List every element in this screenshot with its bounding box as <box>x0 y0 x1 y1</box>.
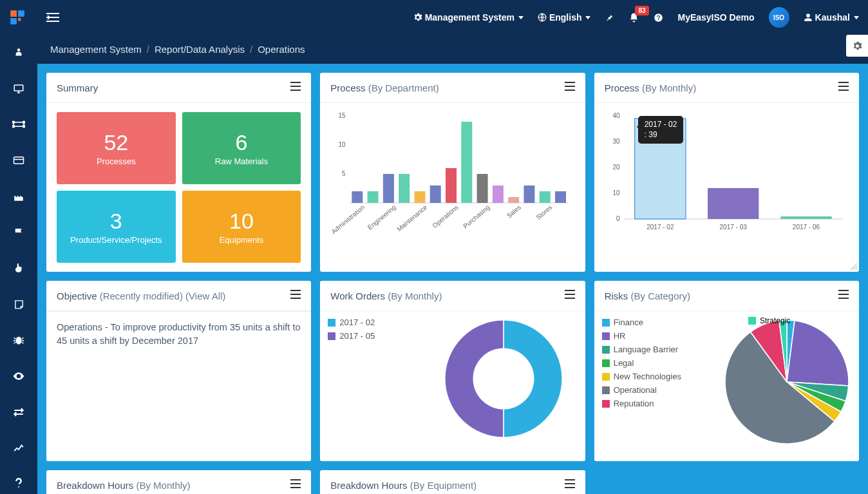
hamburger-icon <box>838 290 849 299</box>
hamburger-icon <box>565 82 575 91</box>
svg-text:Maintenance: Maintenance <box>396 204 429 233</box>
app-avatar[interactable]: ISO <box>769 7 789 28</box>
sidebar-item-flag[interactable] <box>0 222 37 243</box>
globe-icon <box>538 13 547 22</box>
sidebar-item-transfer[interactable] <box>0 402 37 423</box>
svg-point-13 <box>16 337 22 345</box>
panel-process-monthly: Process (By Monthly) 0102030402017 - 022… <box>594 73 859 272</box>
flag-icon <box>13 227 24 238</box>
svg-point-9 <box>23 122 24 124</box>
notification-badge: 83 <box>635 6 648 15</box>
svg-rect-6 <box>14 85 23 91</box>
breadcrumb-sep: / <box>250 44 252 55</box>
svg-rect-46 <box>708 188 759 219</box>
view-all-link[interactable]: (View All) <box>185 290 225 301</box>
tile-value: 10 <box>229 209 254 234</box>
language-dropdown[interactable]: English <box>538 12 591 23</box>
svg-text:40: 40 <box>612 112 620 119</box>
panel-title: Objective (Recently modified) (View All) <box>57 290 225 301</box>
svg-point-11 <box>23 126 24 128</box>
panel-process-dept: Process (By Department) 51015Administrat… <box>320 73 585 272</box>
sidebar-item-analytics[interactable] <box>0 437 37 458</box>
breadcrumb-l1[interactable]: Management System <box>50 44 142 55</box>
svg-rect-24 <box>446 168 457 203</box>
panel-breakdown-monthly: Breakdown Hours (By Monthly) <box>46 470 311 494</box>
legend-item: Legal <box>602 358 681 368</box>
hamburger-icon <box>290 479 301 488</box>
svg-rect-3 <box>18 18 21 21</box>
svg-rect-20 <box>383 174 394 203</box>
caret-down-icon <box>854 16 859 19</box>
sidebar-item-industry[interactable] <box>0 186 37 207</box>
sidebar-item-pointer[interactable] <box>0 258 37 279</box>
svg-rect-23 <box>430 185 441 203</box>
hamburger-icon <box>290 82 301 91</box>
panel-menu-button[interactable] <box>838 290 849 301</box>
svg-text:Operations: Operations <box>431 204 460 229</box>
summary-tile[interactable]: 10Equipments <box>182 191 301 263</box>
resize-handle-icon[interactable] <box>850 263 858 271</box>
svg-text:2017 - 02: 2017 - 02 <box>646 223 674 231</box>
tile-label: Equipments <box>220 235 264 245</box>
language-label: English <box>549 12 582 23</box>
panel-title: Breakdown Hours (By Monthly) <box>57 480 191 491</box>
svg-text:15: 15 <box>339 112 346 119</box>
tile-label: Raw Materials <box>215 157 268 166</box>
page-settings-button[interactable] <box>846 35 868 57</box>
svg-text:10: 10 <box>612 189 620 196</box>
legend-item: 2017 - 05 <box>328 331 375 341</box>
svg-rect-0 <box>10 10 17 17</box>
note-icon <box>14 299 24 310</box>
panel-title: Process (By Department) <box>330 82 439 93</box>
summary-tile[interactable]: 52Processes <box>57 112 176 184</box>
panel-menu-button[interactable] <box>565 479 575 491</box>
sidebar-item-eye[interactable] <box>0 366 37 386</box>
svg-rect-25 <box>462 122 473 203</box>
sidebar-item-help[interactable] <box>0 473 37 494</box>
sidebar-item-bug[interactable] <box>0 330 37 350</box>
panel-menu-button[interactable] <box>565 82 575 93</box>
legend-item: Operational <box>602 385 681 395</box>
notifications-button[interactable]: 83 <box>628 12 639 23</box>
svg-rect-2 <box>10 18 17 24</box>
sidebar-item-flow[interactable] <box>0 115 37 135</box>
eye-icon <box>12 372 25 381</box>
management-system-dropdown[interactable]: Management System <box>413 12 524 23</box>
svg-rect-28 <box>508 197 519 203</box>
svg-text:0: 0 <box>616 215 620 222</box>
tile-label: Product/Service/Projects <box>70 235 162 245</box>
app-logo <box>9 9 26 26</box>
panel-menu-button[interactable] <box>290 82 301 93</box>
svg-text:20: 20 <box>612 164 620 171</box>
transfer-icon <box>13 407 24 417</box>
sidebar-item-note[interactable] <box>0 294 37 314</box>
panel-menu-button[interactable] <box>290 290 301 301</box>
panel-menu-button[interactable] <box>290 479 301 491</box>
panel-menu-button[interactable] <box>565 290 575 301</box>
svg-text:Engineering: Engineering <box>366 204 397 231</box>
svg-rect-21 <box>399 174 410 203</box>
sidebar-item-people[interactable] <box>0 43 37 63</box>
help-button[interactable] <box>654 13 663 23</box>
panel-objective: Objective (Recently modified) (View All)… <box>46 281 311 461</box>
hamburger-icon <box>565 290 575 299</box>
risks-legend: FinanceHRLanguage BarrierLegalNew Techno… <box>602 318 681 408</box>
monitor-icon <box>13 83 24 95</box>
brand-label[interactable]: MyEasyISO Demo <box>677 12 754 23</box>
svg-text:10: 10 <box>339 141 346 148</box>
chart-risks-pie <box>722 318 851 446</box>
management-system-label: Management System <box>425 12 514 23</box>
pin-button[interactable] <box>605 13 614 23</box>
breadcrumb-l2[interactable]: Report/Data Analysis <box>155 44 245 55</box>
sidebar-item-card[interactable] <box>0 150 37 171</box>
legend-item: Finance <box>602 318 681 327</box>
sidebar-item-display[interactable] <box>0 79 37 99</box>
sidebar-toggle-button[interactable] <box>44 10 62 24</box>
panel-menu-button[interactable] <box>838 82 849 93</box>
summary-tile[interactable]: 3Product/Service/Projects <box>57 191 176 263</box>
svg-text:5: 5 <box>342 170 346 177</box>
hand-icon <box>13 262 24 274</box>
summary-tile[interactable]: 6Raw Materials <box>182 112 301 184</box>
user-dropdown[interactable]: Kaushal <box>804 12 859 23</box>
tile-value: 3 <box>110 209 122 234</box>
